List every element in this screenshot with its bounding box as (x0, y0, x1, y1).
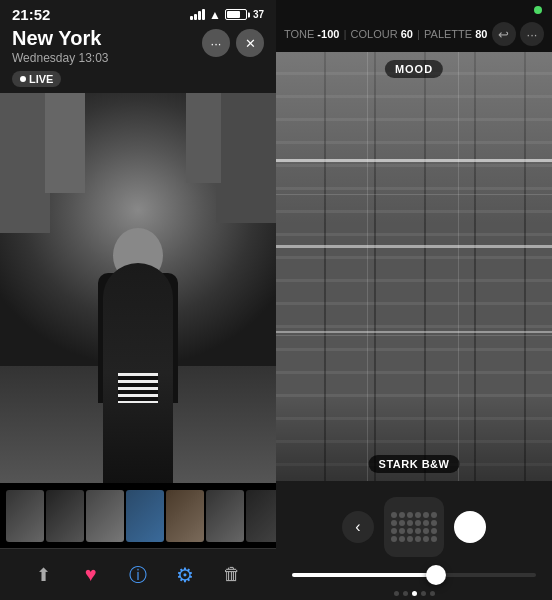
share-icon: ⬆ (36, 564, 51, 586)
undo-icon: ↩ (498, 27, 509, 42)
filter-dot (415, 528, 421, 534)
filter-dot (423, 520, 429, 526)
filter-dot (431, 520, 437, 526)
filmstrip (0, 483, 276, 548)
filter-dot (407, 520, 413, 526)
battery-level: 37 (253, 9, 264, 20)
colour-control[interactable]: COLOUR 60 (351, 28, 413, 40)
photo-info: New York Wednesday 13:03 (12, 27, 109, 65)
favorite-button[interactable]: ♥ (73, 557, 109, 593)
live-text: LIVE (29, 73, 53, 85)
more-options-button[interactable]: ··· (202, 29, 230, 57)
building-right-1 (216, 93, 276, 223)
slider-thumb[interactable] (426, 565, 446, 585)
divider-2: | (417, 29, 420, 40)
signal-bar-1 (190, 16, 193, 20)
adjust-icon: ⚙ (176, 563, 194, 587)
filter-dot (407, 536, 413, 542)
chevron-left-icon: ‹ (355, 518, 360, 536)
battery-fill (227, 11, 241, 18)
filter-dot (423, 528, 429, 534)
photo-title: New York (12, 27, 109, 49)
palette-control[interactable]: PALETTE 80 (424, 28, 487, 40)
live-dot (20, 76, 26, 82)
filter-dot (415, 536, 421, 542)
edit-status-bar (276, 0, 552, 18)
film-thumb-1[interactable] (6, 490, 44, 542)
page-dot-1 (394, 591, 399, 596)
status-bar: 21:52 ▲ 37 (0, 0, 276, 25)
mortar-line-1 (276, 159, 552, 162)
page-dot-2 (403, 591, 408, 596)
status-icons: ▲ 37 (190, 8, 264, 22)
header-buttons: ··· ✕ (202, 29, 264, 57)
intensity-slider[interactable] (292, 573, 536, 577)
edit-bottom: ‹ (276, 481, 552, 600)
filter-dot (415, 520, 421, 526)
colour-label: COLOUR (351, 28, 398, 40)
film-thumb-5[interactable] (166, 490, 204, 542)
photo-header: New York Wednesday 13:03 ··· ✕ (0, 25, 276, 71)
tone-label: TONE (284, 28, 314, 40)
film-thumb-2[interactable] (46, 490, 84, 542)
undo-button[interactable]: ↩ (492, 22, 516, 46)
filter-selector[interactable] (384, 497, 444, 557)
filter-dot (399, 512, 405, 518)
building-left-1 (0, 93, 50, 233)
divider-1: | (344, 29, 347, 40)
close-button[interactable]: ✕ (236, 29, 264, 57)
mood-label: MOOD (385, 60, 443, 78)
signal-bar-3 (198, 11, 201, 20)
live-badge[interactable]: LIVE (12, 71, 61, 87)
battery-icon (225, 9, 247, 20)
mortar-line-3 (276, 331, 552, 333)
filter-dot (391, 512, 397, 518)
filter-dot (399, 520, 405, 526)
filter-dot (431, 512, 437, 518)
tone-value: -100 (317, 28, 339, 40)
back-button[interactable]: ‹ (342, 511, 374, 543)
more-icon: ··· (527, 27, 538, 42)
palette-label: PALETTE (424, 28, 472, 40)
colour-value: 60 (401, 28, 413, 40)
apply-button[interactable] (454, 511, 486, 543)
info-button[interactable]: ⓘ (120, 557, 156, 593)
filter-name-label: STARK B&W (369, 455, 460, 473)
main-photo (0, 93, 276, 483)
tone-control[interactable]: TONE -100 (284, 28, 339, 40)
photo-content (0, 93, 276, 483)
heart-icon: ♥ (85, 563, 97, 586)
brick-pattern (276, 52, 552, 481)
slider-fill (292, 573, 438, 577)
share-button[interactable]: ⬆ (26, 557, 62, 593)
photo-toolbar: ⬆ ♥ ⓘ ⚙ 🗑 (0, 548, 276, 600)
signal-bar-2 (194, 14, 197, 20)
photo-date: Wednesday 13:03 (12, 51, 109, 65)
filter-dot (423, 512, 429, 518)
time-display: 21:52 (12, 6, 50, 23)
edit-more-button[interactable]: ··· (520, 22, 544, 46)
film-thumb-3[interactable] (86, 490, 124, 542)
filter-dot (407, 528, 413, 534)
intensity-slider-section (276, 567, 552, 585)
edit-photo-area: MOOD STARK B&W (276, 52, 552, 481)
edit-controls: TONE -100 | COLOUR 60 | PALETTE 80 ↩ ··· (276, 18, 552, 52)
building-left-2 (45, 93, 85, 193)
brick-wall (276, 52, 552, 481)
film-thumb-7[interactable] (246, 490, 276, 542)
page-dot-4 (421, 591, 426, 596)
close-icon: ✕ (245, 36, 256, 51)
adjust-button[interactable]: ⚙ (167, 557, 203, 593)
film-thumb-6[interactable] (206, 490, 244, 542)
signal-bar-4 (202, 9, 205, 20)
left-panel: 21:52 ▲ 37 New York Wednesday 13:03 ··· (0, 0, 276, 600)
filter-dot (423, 536, 429, 542)
filter-dot (391, 528, 397, 534)
page-dot-5 (430, 591, 435, 596)
building-right-2 (186, 93, 221, 183)
pagination (276, 591, 552, 596)
delete-button[interactable]: 🗑 (214, 557, 250, 593)
filter-dot (391, 536, 397, 542)
film-thumb-4[interactable] (126, 490, 164, 542)
page-dot-3 (412, 591, 417, 596)
